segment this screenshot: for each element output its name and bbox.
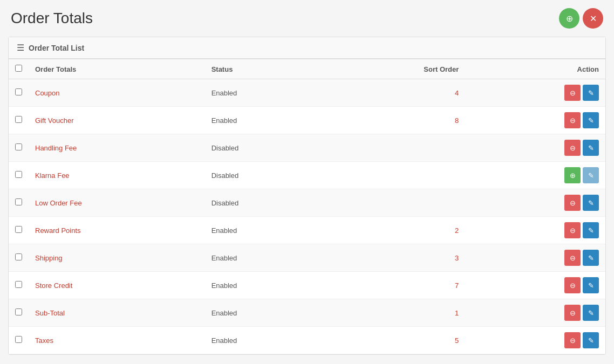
row-sort-cell: [324, 189, 466, 217]
row-action-cell: ⊖✎: [465, 299, 605, 327]
action-buttons: ⊖✎: [472, 277, 599, 293]
row-status-cell: Enabled: [205, 299, 324, 327]
row-sort-cell: 8: [324, 107, 466, 134]
row-edit-button[interactable]: ✎: [583, 167, 599, 183]
row-status-cell: Enabled: [205, 327, 324, 354]
row-checkbox[interactable]: [15, 226, 22, 233]
select-all-checkbox[interactable]: [15, 65, 22, 72]
action-buttons: ⊖✎: [472, 195, 599, 211]
row-checkbox[interactable]: [15, 171, 22, 178]
row-edit-button[interactable]: ✎: [583, 140, 599, 156]
header-delete-button[interactable]: ✕: [583, 8, 603, 29]
row-edit-button[interactable]: ✎: [583, 85, 599, 101]
row-edit-button[interactable]: ✎: [583, 222, 599, 238]
row-name-link[interactable]: Shipping: [35, 254, 63, 262]
pencil-icon: ✎: [588, 226, 594, 235]
row-checkbox[interactable]: [15, 336, 22, 343]
row-status-cell: Enabled: [205, 244, 324, 272]
row-edit-button[interactable]: ✎: [583, 305, 599, 321]
row-checkbox[interactable]: [15, 116, 22, 123]
action-buttons: ⊖✎: [472, 332, 599, 348]
row-name-cell: Gift Voucher: [29, 107, 205, 134]
row-checkbox[interactable]: [15, 281, 22, 288]
row-name-link[interactable]: Gift Voucher: [35, 116, 74, 125]
plus-icon: ⊕: [566, 13, 573, 24]
row-name-cell: Klarna Fee: [29, 162, 205, 189]
col-checkbox: [9, 59, 29, 79]
pencil-icon: ✎: [588, 199, 594, 207]
row-edit-button[interactable]: ✎: [583, 195, 599, 211]
row-delete-button[interactable]: ⊖: [564, 305, 581, 321]
row-delete-button[interactable]: ⊖: [564, 250, 581, 266]
col-action: Action: [465, 59, 605, 79]
row-delete-button[interactable]: ⊖: [564, 222, 581, 238]
row-checkbox[interactable]: [15, 253, 22, 260]
header-buttons: ⊕ ✕: [559, 8, 603, 29]
row-delete-button[interactable]: ⊖: [564, 332, 581, 348]
table-body: CouponEnabled4⊖✎Gift VoucherEnabled8⊖✎Ha…: [9, 79, 605, 354]
row-checkbox[interactable]: [15, 198, 22, 205]
action-buttons: ⊖✎: [472, 305, 599, 321]
row-delete-button[interactable]: ⊖: [564, 85, 581, 101]
row-name-cell: Coupon: [29, 79, 205, 107]
header-add-button[interactable]: ⊕: [559, 8, 579, 29]
row-delete-button[interactable]: ⊖: [564, 140, 581, 156]
row-action-cell: ⊖✎: [465, 327, 605, 354]
row-name-cell: Sub-Total: [29, 299, 205, 327]
row-name-link[interactable]: Sub-Total: [35, 309, 65, 317]
table-row: TaxesEnabled5⊖✎: [9, 327, 605, 354]
row-checkbox[interactable]: [15, 308, 22, 315]
minus-circle-icon: ⊖: [570, 309, 576, 317]
row-edit-button[interactable]: ✎: [583, 277, 599, 293]
row-status-cell: Enabled: [205, 107, 324, 134]
row-name-link[interactable]: Klarna Fee: [35, 171, 70, 180]
row-name-cell: Low Order Fee: [29, 189, 205, 217]
row-sort-cell: 3: [324, 244, 466, 272]
row-sort-cell: [324, 162, 466, 189]
row-name-cell: Handling Fee: [29, 134, 205, 162]
row-name-link[interactable]: Handling Fee: [35, 144, 77, 152]
row-checkbox-cell: [9, 107, 29, 134]
close-icon: ✕: [590, 13, 597, 24]
row-checkbox[interactable]: [15, 88, 22, 95]
row-install-button[interactable]: ⊕: [564, 167, 581, 183]
row-name-link[interactable]: Taxes: [35, 336, 53, 345]
row-status-cell: Enabled: [205, 272, 324, 299]
row-checkbox-cell: [9, 244, 29, 272]
list-icon: ☰: [17, 43, 24, 53]
row-checkbox-cell: [9, 162, 29, 189]
pencil-icon: ✎: [588, 254, 594, 262]
action-buttons: ⊖✎: [472, 112, 599, 128]
row-checkbox-cell: [9, 134, 29, 162]
row-status-cell: Enabled: [205, 79, 324, 107]
row-delete-button[interactable]: ⊖: [564, 277, 581, 293]
table-row: ShippingEnabled3⊖✎: [9, 244, 605, 272]
row-name-cell: Store Credit: [29, 272, 205, 299]
order-totals-table: Order Totals Status Sort Order Action Co…: [9, 59, 605, 354]
row-sort-cell: 2: [324, 217, 466, 244]
row-status-cell: Enabled: [205, 217, 324, 244]
row-name-link[interactable]: Reward Points: [35, 226, 81, 235]
row-edit-button[interactable]: ✎: [583, 250, 599, 266]
row-action-cell: ⊖✎: [465, 134, 605, 162]
row-name-link[interactable]: Store Credit: [35, 281, 72, 290]
row-edit-button[interactable]: ✎: [583, 112, 599, 128]
row-checkbox[interactable]: [15, 143, 22, 150]
minus-circle-icon: ⊖: [570, 144, 576, 152]
table-header: Order Totals Status Sort Order Action: [9, 59, 605, 79]
order-total-panel: ☰ Order Total List Order Totals Status S…: [8, 37, 606, 355]
pencil-icon: ✎: [588, 89, 594, 97]
page-title: Order Totals: [11, 10, 93, 27]
row-action-cell: ⊖✎: [465, 217, 605, 244]
minus-circle-icon: ⊖: [570, 226, 576, 235]
row-delete-button[interactable]: ⊖: [564, 112, 581, 128]
row-name-link[interactable]: Low Order Fee: [35, 199, 82, 207]
row-status-cell: Disabled: [205, 189, 324, 217]
action-buttons: ⊖✎: [472, 222, 599, 238]
row-name-cell: Shipping: [29, 244, 205, 272]
row-delete-button[interactable]: ⊖: [564, 195, 581, 211]
table-row: Gift VoucherEnabled8⊖✎: [9, 107, 605, 134]
row-checkbox-cell: [9, 79, 29, 107]
row-name-link[interactable]: Coupon: [35, 89, 60, 97]
row-edit-button[interactable]: ✎: [583, 332, 599, 348]
